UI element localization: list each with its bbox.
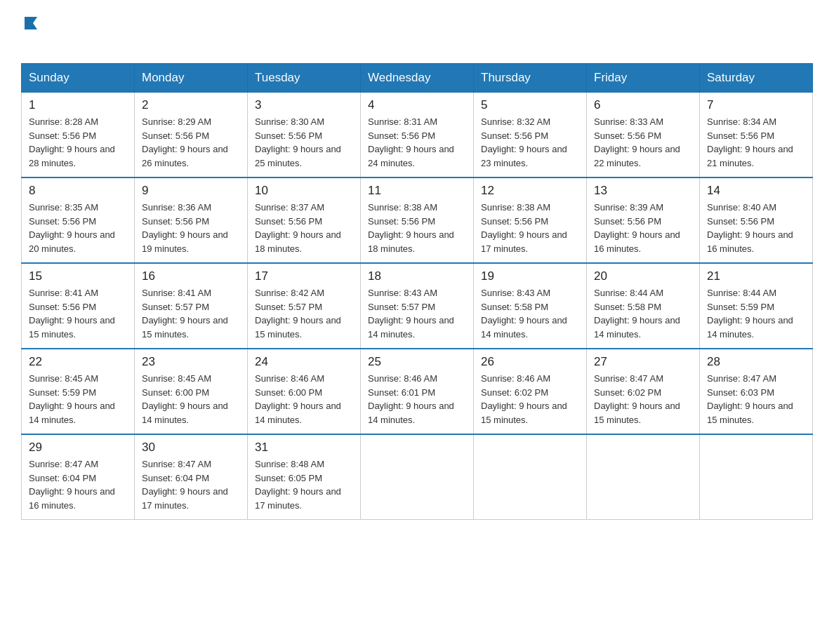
day-info: Sunrise: 8:46 AMSunset: 6:01 PMDaylight:… xyxy=(368,372,466,427)
calendar-week-row: 1Sunrise: 8:28 AMSunset: 5:56 PMDaylight… xyxy=(22,93,813,178)
day-info: Sunrise: 8:40 AMSunset: 5:56 PMDaylight:… xyxy=(707,201,805,255)
calendar-day-cell: 6Sunrise: 8:33 AMSunset: 5:56 PMDaylight… xyxy=(587,93,700,178)
day-info: Sunrise: 8:36 AMSunset: 5:56 PMDaylight:… xyxy=(142,201,240,255)
day-info: Sunrise: 8:44 AMSunset: 5:59 PMDaylight:… xyxy=(707,286,805,341)
day-info: Sunrise: 8:45 AMSunset: 5:59 PMDaylight:… xyxy=(29,372,127,427)
calendar-day-cell: 27Sunrise: 8:47 AMSunset: 6:02 PMDayligh… xyxy=(587,349,700,434)
calendar-day-cell: 8Sunrise: 8:35 AMSunset: 5:56 PMDaylight… xyxy=(22,177,135,263)
day-number: 5 xyxy=(481,98,579,112)
calendar-day-cell: 22Sunrise: 8:45 AMSunset: 5:59 PMDayligh… xyxy=(22,349,135,434)
day-number: 13 xyxy=(594,184,692,198)
day-info: Sunrise: 8:46 AMSunset: 6:00 PMDaylight:… xyxy=(255,372,353,427)
day-info: Sunrise: 8:41 AMSunset: 5:57 PMDaylight:… xyxy=(142,286,240,341)
day-number: 30 xyxy=(142,441,240,455)
calendar-day-cell: 2Sunrise: 8:29 AMSunset: 5:56 PMDaylight… xyxy=(135,93,248,178)
day-number: 19 xyxy=(481,269,579,283)
calendar-day-cell: 9Sunrise: 8:36 AMSunset: 5:56 PMDaylight… xyxy=(135,177,248,263)
calendar-day-cell xyxy=(700,434,813,520)
logo xyxy=(21,14,39,56)
day-number: 28 xyxy=(707,355,805,369)
calendar-day-cell: 20Sunrise: 8:44 AMSunset: 5:58 PMDayligh… xyxy=(587,263,700,349)
day-info: Sunrise: 8:47 AMSunset: 6:02 PMDaylight:… xyxy=(594,372,692,427)
day-number: 10 xyxy=(255,184,353,198)
day-info: Sunrise: 8:30 AMSunset: 5:56 PMDaylight:… xyxy=(255,115,353,170)
header-tuesday: Tuesday xyxy=(248,64,361,93)
day-number: 20 xyxy=(594,269,692,283)
calendar-day-cell: 7Sunrise: 8:34 AMSunset: 5:56 PMDaylight… xyxy=(700,93,813,178)
day-number: 23 xyxy=(142,355,240,369)
day-number: 7 xyxy=(707,98,805,112)
day-info: Sunrise: 8:28 AMSunset: 5:56 PMDaylight:… xyxy=(29,115,127,170)
header-friday: Friday xyxy=(587,64,700,93)
calendar-day-cell: 23Sunrise: 8:45 AMSunset: 6:00 PMDayligh… xyxy=(135,349,248,434)
calendar-week-row: 29Sunrise: 8:47 AMSunset: 6:04 PMDayligh… xyxy=(22,434,813,520)
day-number: 29 xyxy=(29,441,127,455)
calendar-week-row: 15Sunrise: 8:41 AMSunset: 5:56 PMDayligh… xyxy=(22,263,813,349)
day-number: 27 xyxy=(594,355,692,369)
day-info: Sunrise: 8:46 AMSunset: 6:02 PMDaylight:… xyxy=(481,372,579,427)
day-number: 15 xyxy=(29,269,127,283)
day-info: Sunrise: 8:47 AMSunset: 6:04 PMDaylight:… xyxy=(142,457,240,512)
day-info: Sunrise: 8:39 AMSunset: 5:56 PMDaylight:… xyxy=(594,201,692,255)
day-number: 22 xyxy=(29,355,127,369)
header-saturday: Saturday xyxy=(700,64,813,93)
calendar-day-cell: 28Sunrise: 8:47 AMSunset: 6:03 PMDayligh… xyxy=(700,349,813,434)
day-number: 26 xyxy=(481,355,579,369)
day-info: Sunrise: 8:33 AMSunset: 5:56 PMDaylight:… xyxy=(594,115,692,170)
day-number: 1 xyxy=(29,98,127,112)
day-number: 4 xyxy=(368,98,466,112)
day-info: Sunrise: 8:38 AMSunset: 5:56 PMDaylight:… xyxy=(481,201,579,255)
calendar-week-row: 22Sunrise: 8:45 AMSunset: 5:59 PMDayligh… xyxy=(22,349,813,434)
calendar-day-cell: 15Sunrise: 8:41 AMSunset: 5:56 PMDayligh… xyxy=(22,263,135,349)
calendar-day-cell: 10Sunrise: 8:37 AMSunset: 5:56 PMDayligh… xyxy=(248,177,361,263)
header-sunday: Sunday xyxy=(22,64,135,93)
day-number: 17 xyxy=(255,269,353,283)
day-info: Sunrise: 8:48 AMSunset: 6:05 PMDaylight:… xyxy=(255,457,353,512)
day-number: 3 xyxy=(255,98,353,112)
calendar-header-row: Sunday Monday Tuesday Wednesday Thursday… xyxy=(22,64,813,93)
calendar-day-cell: 29Sunrise: 8:47 AMSunset: 6:04 PMDayligh… xyxy=(22,434,135,520)
day-info: Sunrise: 8:45 AMSunset: 6:00 PMDaylight:… xyxy=(142,372,240,427)
day-number: 31 xyxy=(255,441,353,455)
calendar-day-cell: 30Sunrise: 8:47 AMSunset: 6:04 PMDayligh… xyxy=(135,434,248,520)
calendar-day-cell xyxy=(587,434,700,520)
header-monday: Monday xyxy=(135,64,248,93)
day-number: 25 xyxy=(368,355,466,369)
day-number: 2 xyxy=(142,98,240,112)
day-number: 14 xyxy=(707,184,805,198)
day-number: 21 xyxy=(707,269,805,283)
day-info: Sunrise: 8:43 AMSunset: 5:58 PMDaylight:… xyxy=(481,286,579,341)
day-number: 11 xyxy=(368,184,466,198)
calendar-table: Sunday Monday Tuesday Wednesday Thursday… xyxy=(21,63,813,520)
logo-flag-icon xyxy=(23,15,39,31)
header-thursday: Thursday xyxy=(474,64,587,93)
day-info: Sunrise: 8:32 AMSunset: 5:56 PMDaylight:… xyxy=(481,115,579,170)
calendar-day-cell: 31Sunrise: 8:48 AMSunset: 6:05 PMDayligh… xyxy=(248,434,361,520)
page-header xyxy=(21,14,813,56)
calendar-day-cell: 21Sunrise: 8:44 AMSunset: 5:59 PMDayligh… xyxy=(700,263,813,349)
day-info: Sunrise: 8:37 AMSunset: 5:56 PMDaylight:… xyxy=(255,201,353,255)
calendar-week-row: 8Sunrise: 8:35 AMSunset: 5:56 PMDaylight… xyxy=(22,177,813,263)
day-info: Sunrise: 8:38 AMSunset: 5:56 PMDaylight:… xyxy=(368,201,466,255)
day-info: Sunrise: 8:35 AMSunset: 5:56 PMDaylight:… xyxy=(29,201,127,255)
calendar-day-cell xyxy=(361,434,474,520)
day-info: Sunrise: 8:29 AMSunset: 5:56 PMDaylight:… xyxy=(142,115,240,170)
calendar-day-cell: 17Sunrise: 8:42 AMSunset: 5:57 PMDayligh… xyxy=(248,263,361,349)
day-number: 18 xyxy=(368,269,466,283)
day-number: 6 xyxy=(594,98,692,112)
calendar-day-cell: 16Sunrise: 8:41 AMSunset: 5:57 PMDayligh… xyxy=(135,263,248,349)
calendar-day-cell: 14Sunrise: 8:40 AMSunset: 5:56 PMDayligh… xyxy=(700,177,813,263)
day-number: 16 xyxy=(142,269,240,283)
calendar-day-cell: 18Sunrise: 8:43 AMSunset: 5:57 PMDayligh… xyxy=(361,263,474,349)
calendar-day-cell: 3Sunrise: 8:30 AMSunset: 5:56 PMDaylight… xyxy=(248,93,361,178)
calendar-day-cell: 19Sunrise: 8:43 AMSunset: 5:58 PMDayligh… xyxy=(474,263,587,349)
day-info: Sunrise: 8:43 AMSunset: 5:57 PMDaylight:… xyxy=(368,286,466,341)
day-info: Sunrise: 8:34 AMSunset: 5:56 PMDaylight:… xyxy=(707,115,805,170)
calendar-day-cell: 12Sunrise: 8:38 AMSunset: 5:56 PMDayligh… xyxy=(474,177,587,263)
calendar-day-cell: 1Sunrise: 8:28 AMSunset: 5:56 PMDaylight… xyxy=(22,93,135,178)
calendar-day-cell: 24Sunrise: 8:46 AMSunset: 6:00 PMDayligh… xyxy=(248,349,361,434)
day-info: Sunrise: 8:41 AMSunset: 5:56 PMDaylight:… xyxy=(29,286,127,341)
day-number: 24 xyxy=(255,355,353,369)
day-info: Sunrise: 8:47 AMSunset: 6:04 PMDaylight:… xyxy=(29,457,127,512)
calendar-day-cell: 26Sunrise: 8:46 AMSunset: 6:02 PMDayligh… xyxy=(474,349,587,434)
